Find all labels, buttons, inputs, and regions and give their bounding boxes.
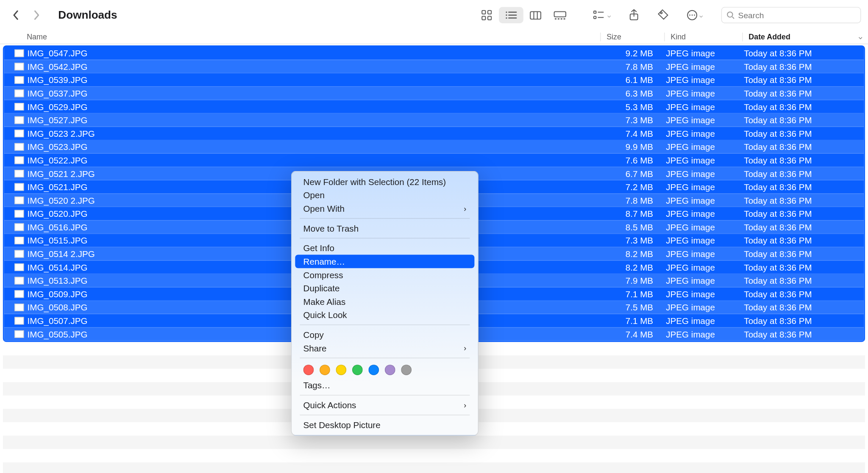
menu-item[interactable]: Quick Look bbox=[295, 308, 474, 322]
file-row[interactable]: IMG_0547.JPG9.2 MBJPEG imageToday at 8:3… bbox=[4, 47, 864, 60]
tag-color[interactable] bbox=[352, 365, 363, 375]
file-size: 6.3 MB bbox=[596, 88, 660, 98]
file-icon bbox=[14, 250, 24, 257]
svg-rect-1 bbox=[488, 11, 491, 14]
file-row[interactable]: IMG_0523.JPG9.9 MBJPEG imageToday at 8:3… bbox=[4, 140, 864, 154]
column-header-size[interactable]: Size bbox=[600, 33, 664, 41]
menu-item[interactable]: Compress bbox=[295, 268, 474, 282]
file-date: Today at 8:36 PM bbox=[738, 169, 864, 178]
share-button[interactable] bbox=[623, 7, 645, 23]
svg-point-27 bbox=[694, 14, 695, 16]
menu-item[interactable]: Set Desktop Picture bbox=[295, 418, 474, 432]
svg-line-29 bbox=[732, 17, 734, 19]
menu-separator bbox=[300, 218, 470, 219]
file-row[interactable]: IMG_0523 2.JPG7.4 MBJPEG imageToday at 8… bbox=[4, 127, 864, 140]
svg-point-28 bbox=[727, 12, 732, 17]
gallery-view-button[interactable] bbox=[548, 7, 572, 23]
tag-color[interactable] bbox=[320, 365, 330, 375]
file-icon bbox=[14, 330, 24, 337]
file-date: Today at 8:36 PM bbox=[738, 88, 864, 98]
menu-item[interactable]: Move to Trash bbox=[295, 221, 474, 235]
file-kind: JPEG image bbox=[660, 302, 738, 312]
icon-view-button[interactable] bbox=[474, 7, 499, 23]
menu-item[interactable]: Copy bbox=[295, 328, 474, 342]
svg-point-8 bbox=[506, 17, 507, 19]
file-row[interactable]: IMG_0529.JPG5.3 MBJPEG imageToday at 8:3… bbox=[4, 100, 864, 113]
menu-item[interactable]: Share› bbox=[295, 341, 474, 355]
tag-color[interactable] bbox=[303, 365, 314, 375]
file-row[interactable]: IMG_0539.JPG6.1 MBJPEG imageToday at 8:3… bbox=[4, 73, 864, 87]
column-view-button[interactable] bbox=[523, 7, 548, 23]
menu-item-label: Move to Trash bbox=[303, 223, 359, 233]
column-header-date-added[interactable]: Date Added ⌵ bbox=[742, 33, 868, 41]
file-row[interactable]: IMG_0527.JPG7.3 MBJPEG imageToday at 8:3… bbox=[4, 113, 864, 127]
svg-rect-18 bbox=[594, 11, 596, 13]
menu-item-label: Quick Actions bbox=[303, 400, 356, 410]
forward-button[interactable] bbox=[28, 6, 45, 24]
file-kind: JPEG image bbox=[660, 329, 738, 339]
file-date: Today at 8:36 PM bbox=[738, 75, 864, 84]
chevron-down-icon: ⌵ bbox=[607, 12, 611, 18]
file-icon bbox=[14, 63, 24, 70]
svg-rect-15 bbox=[558, 18, 559, 19]
file-date: Today at 8:36 PM bbox=[738, 141, 864, 151]
file-kind: JPEG image bbox=[660, 155, 738, 165]
file-row[interactable]: IMG_0522.JPG7.6 MBJPEG imageToday at 8:3… bbox=[4, 154, 864, 167]
file-size: 6.7 MB bbox=[596, 169, 660, 178]
menu-item[interactable]: Tags… bbox=[295, 379, 474, 392]
column-header-name[interactable]: Name bbox=[0, 33, 600, 41]
group-by-button[interactable]: ⌵ bbox=[588, 7, 616, 23]
search-input[interactable] bbox=[738, 11, 856, 20]
menu-item[interactable]: Get Info bbox=[295, 241, 474, 255]
file-size: 7.3 MB bbox=[596, 115, 660, 124]
file-size: 5.3 MB bbox=[596, 102, 660, 111]
tag-color[interactable] bbox=[401, 365, 412, 375]
file-name: IMG_0527.JPG bbox=[28, 115, 596, 124]
file-row[interactable]: IMG_0537.JPG6.3 MBJPEG imageToday at 8:3… bbox=[4, 87, 864, 100]
svg-rect-17 bbox=[564, 18, 565, 19]
file-size: 8.5 MB bbox=[596, 222, 660, 232]
menu-item[interactable]: Quick Actions› bbox=[295, 398, 474, 412]
file-date: Today at 8:36 PM bbox=[738, 289, 864, 299]
tag-color[interactable] bbox=[385, 365, 395, 375]
back-button[interactable] bbox=[7, 6, 24, 24]
file-icon bbox=[14, 210, 24, 217]
menu-item[interactable]: Make Alias bbox=[295, 295, 474, 308]
context-menu: New Folder with Selection (22 Items)Open… bbox=[291, 171, 479, 436]
menu-item-label: Duplicate bbox=[303, 283, 340, 293]
file-row[interactable]: IMG_0542.JPG7.8 MBJPEG imageToday at 8:3… bbox=[4, 60, 864, 73]
file-icon bbox=[14, 277, 24, 284]
menu-item-label: New Folder with Selection (22 Items) bbox=[303, 177, 446, 187]
list-view-button[interactable] bbox=[499, 7, 523, 23]
menu-item[interactable]: Rename… bbox=[295, 255, 474, 268]
more-button[interactable]: ⌵ bbox=[681, 7, 708, 23]
menu-item[interactable]: Duplicate bbox=[295, 282, 474, 295]
file-size: 8.2 MB bbox=[596, 249, 660, 258]
file-name: IMG_0523 2.JPG bbox=[28, 128, 596, 138]
file-date: Today at 8:36 PM bbox=[738, 208, 864, 218]
sort-indicator-icon: ⌵ bbox=[859, 34, 862, 40]
tags-button[interactable] bbox=[652, 7, 674, 23]
file-kind: JPEG image bbox=[660, 88, 738, 98]
file-size: 7.8 MB bbox=[596, 61, 660, 71]
file-size: 7.2 MB bbox=[596, 182, 660, 191]
svg-rect-2 bbox=[482, 16, 485, 19]
search-box[interactable] bbox=[721, 7, 861, 23]
file-icon bbox=[14, 169, 24, 177]
menu-item[interactable]: Open bbox=[295, 188, 474, 202]
svg-rect-19 bbox=[594, 16, 596, 18]
file-date: Today at 8:36 PM bbox=[738, 182, 864, 191]
file-kind: JPEG image bbox=[660, 315, 738, 325]
file-kind: JPEG image bbox=[660, 275, 738, 285]
tag-color[interactable] bbox=[336, 365, 347, 375]
file-icon bbox=[14, 156, 24, 164]
menu-item[interactable]: Open With› bbox=[295, 202, 474, 216]
tag-color[interactable] bbox=[368, 365, 379, 375]
toolbar: Downloads ⌵ ⌵ bbox=[0, 0, 868, 30]
file-size: 7.8 MB bbox=[596, 195, 660, 205]
menu-item[interactable]: New Folder with Selection (22 Items) bbox=[295, 175, 474, 188]
file-name: IMG_0537.JPG bbox=[28, 88, 596, 98]
column-header-kind[interactable]: Kind bbox=[664, 33, 742, 41]
menu-separator bbox=[300, 395, 470, 396]
file-icon bbox=[14, 263, 24, 271]
